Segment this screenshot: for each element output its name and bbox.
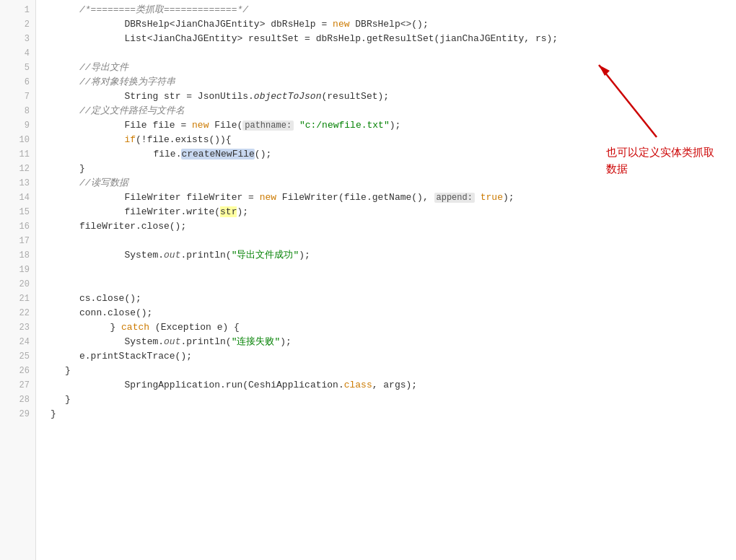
line28-brace: }: [51, 393, 71, 407]
ln29: 29: [19, 407, 30, 421]
line29-brace: }: [51, 407, 56, 421]
code-container: 1 2 3 4 5 6 7 8 9 10 11 12 13 14 15 16 1…: [0, 0, 736, 560]
code-line-18: System.out.println("导出文件成功");: [51, 248, 736, 263]
ln11: 11: [19, 147, 30, 162]
svg-line-0: [599, 65, 657, 137]
ln5: 5: [25, 61, 30, 75]
annotation-arrow: [584, 51, 671, 144]
ln3: 3: [25, 32, 30, 46]
code-line-16: fileWriter.close();: [51, 219, 736, 234]
ln7: 7: [25, 89, 30, 104]
ln22: 22: [19, 306, 30, 320]
ln21: 21: [19, 292, 30, 306]
line16-content: fileWriter.close();: [51, 219, 186, 234]
ln6: 6: [25, 75, 30, 89]
code-line-29: }: [51, 407, 736, 421]
line18-content: System.out.println("导出文件成功");: [51, 234, 310, 277]
ln12: 12: [19, 162, 30, 176]
ln4: 4: [25, 46, 30, 61]
ln14: 14: [19, 191, 30, 205]
ln15: 15: [19, 205, 30, 219]
comment-export-file: //导出文件: [51, 61, 128, 75]
ln19: 19: [19, 263, 30, 277]
ln18: 18: [19, 248, 30, 263]
svg-marker-1: [599, 65, 610, 76]
code-line-24: System.out.println("连接失败");: [51, 335, 736, 349]
ln23: 23: [19, 320, 30, 335]
ln20: 20: [19, 277, 30, 292]
ln26: 26: [19, 364, 30, 378]
line12-brace: }: [51, 162, 85, 176]
ln17: 17: [19, 234, 30, 248]
line3-content: List<JianChaJGEntity> resultSet = dbRsHe…: [51, 17, 558, 61]
code-line-3: List<JianChaJGEntity> resultSet = dbRsHe…: [51, 32, 736, 46]
ln2: 2: [25, 17, 30, 32]
ln1: 1: [25, 3, 30, 17]
code-line-20: [51, 277, 736, 292]
code-line-25: e.printStackTrace();: [51, 349, 736, 364]
line27-content: SpringApplication.run(CeshiApplication.c…: [51, 364, 417, 407]
ln13: 13: [19, 176, 30, 191]
ln28: 28: [19, 393, 30, 407]
annotation-block: 也可以定义实体类抓取数据: [606, 58, 729, 90]
ln8: 8: [25, 104, 30, 118]
line21-content: cs.close();: [51, 292, 141, 306]
ln10: 10: [19, 133, 30, 147]
line-numbers: 1 2 3 4 5 6 7 8 9 10 11 12 13 14 15 16 1…: [0, 0, 36, 560]
code-line-21: cs.close();: [51, 292, 736, 306]
ln16: 16: [19, 219, 30, 234]
line25-content: e.printStackTrace();: [51, 349, 192, 364]
code-line-27: SpringApplication.run(CeshiApplication.c…: [51, 378, 736, 393]
ln24: 24: [19, 335, 30, 349]
ln9: 9: [25, 118, 30, 133]
annotation-text: 也可以定义实体类抓取数据: [606, 144, 722, 177]
ln27: 27: [19, 378, 30, 393]
ln25: 25: [19, 349, 30, 364]
